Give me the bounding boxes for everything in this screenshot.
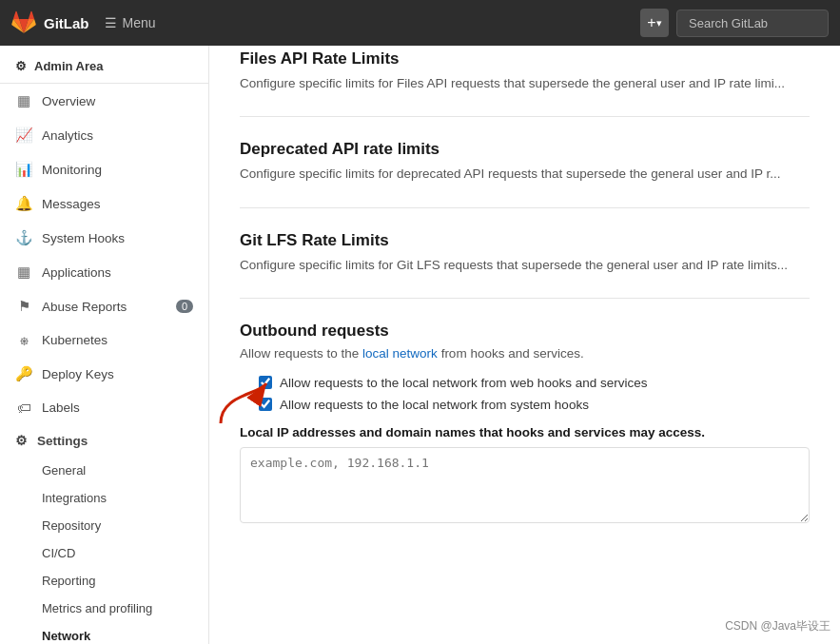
sidebar-sub-repository-label: Repository — [42, 518, 101, 533]
sidebar-item-deploy-keys-label: Deploy Keys — [42, 367, 114, 381]
deprecated-api-desc: Configure specific limits for deprecated… — [240, 165, 810, 184]
sidebar-item-system-hooks[interactable]: ⚓ System Hooks — [0, 221, 208, 255]
sidebar-sub-metrics[interactable]: Metrics and profiling — [0, 595, 208, 622]
applications-icon: ▦ — [15, 263, 32, 281]
new-item-button[interactable]: + ▾ — [640, 9, 669, 37]
monitoring-icon: 📊 — [15, 161, 32, 178]
deploy-keys-icon: 🔑 — [15, 365, 32, 382]
sidebar-sub-reporting-label: Reporting — [42, 574, 95, 588]
section-files-api: Files API Rate Limits Configure specific… — [240, 46, 810, 117]
sidebar-item-monitoring-label: Monitoring — [42, 163, 102, 177]
sidebar-item-labels-label: Labels — [42, 400, 80, 415]
chevron-icon: ▾ — [656, 17, 662, 29]
labels-icon: 🏷 — [15, 400, 32, 416]
checkbox-system-hooks-label: Allow requests to the local network from… — [280, 398, 589, 412]
sidebar-sub-integrations-label: Integrations — [42, 491, 107, 505]
sidebar-sub-repository[interactable]: Repository — [0, 512, 208, 539]
main-content: Files API Rate Limits Configure specific… — [209, 46, 840, 644]
section-outbound: Outbound requests Allow requests to the … — [240, 299, 810, 549]
main-layout: ⚙ Admin Area ▦ Overview 📈 Analytics 📊 Mo… — [0, 46, 840, 644]
sidebar-item-analytics[interactable]: 📈 Analytics — [0, 118, 208, 152]
sidebar-item-abuse-reports-label: Abuse Reports — [42, 300, 127, 314]
gitlab-text: GitLab — [44, 15, 89, 31]
git-lfs-desc: Configure specific limits for Git LFS re… — [240, 256, 810, 275]
hamburger-icon: ☰ — [105, 15, 117, 30]
git-lfs-title: Git LFS Rate Limits — [240, 231, 810, 250]
search-placeholder: Search GitLab — [689, 16, 768, 30]
sidebar-item-applications-label: Applications — [42, 265, 111, 280]
sidebar-item-kubernetes-label: Kubernetes — [42, 333, 107, 347]
sidebar: ⚙ Admin Area ▦ Overview 📈 Analytics 📊 Mo… — [0, 46, 209, 644]
sidebar-item-labels[interactable]: 🏷 Labels — [0, 391, 208, 424]
arrow-indicator — [211, 376, 278, 431]
admin-area-label: Admin Area — [34, 59, 103, 73]
checkbox-web-hooks-label: Allow requests to the local network from… — [280, 376, 647, 390]
messages-icon: 🔔 — [15, 195, 32, 212]
sidebar-sub-cicd[interactable]: CI/CD — [0, 539, 208, 567]
sidebar-item-settings-label: Settings — [37, 434, 88, 448]
sidebar-item-messages[interactable]: 🔔 Messages — [0, 186, 208, 221]
sidebar-sub-network[interactable]: Network — [0, 622, 208, 644]
watermark: CSDN @Java毕设王 — [725, 618, 830, 634]
plus-icon: + — [647, 14, 655, 31]
checkbox-web-hooks-row: Allow requests to the local network from… — [259, 376, 810, 390]
local-ip-textarea[interactable] — [240, 447, 810, 523]
files-api-title: Files API Rate Limits — [240, 49, 810, 68]
navbar-right: + ▾ Search GitLab — [640, 9, 829, 37]
sidebar-item-overview-label: Overview — [42, 94, 95, 108]
outbound-title: Outbound requests — [240, 322, 810, 341]
checkbox-system-hooks-row: Allow requests to the local network from… — [259, 398, 810, 412]
sidebar-item-settings[interactable]: ⚙ Settings — [0, 424, 208, 457]
kubernetes-icon: ⎈ — [15, 332, 32, 348]
sidebar-item-system-hooks-label: System Hooks — [42, 231, 125, 245]
menu-label: Menu — [123, 15, 156, 30]
sidebar-sub-metrics-label: Metrics and profiling — [42, 601, 152, 615]
admin-area-header: ⚙ Admin Area — [0, 46, 208, 84]
sidebar-sub-reporting[interactable]: Reporting — [0, 567, 208, 595]
outbound-desc: Allow requests to the local network from… — [240, 346, 810, 361]
menu-button[interactable]: ☰ Menu — [105, 15, 156, 30]
sidebar-item-analytics-label: Analytics — [42, 128, 93, 143]
gitlab-logo-icon — [11, 10, 36, 35]
sidebar-sub-general-label: General — [42, 463, 86, 478]
deprecated-api-title: Deprecated API rate limits — [240, 140, 810, 159]
sidebar-item-monitoring[interactable]: 📊 Monitoring — [0, 152, 208, 186]
local-ip-label: Local IP addresses and domain names that… — [240, 425, 810, 439]
section-git-lfs: Git LFS Rate Limits Configure specific l… — [240, 208, 810, 299]
sidebar-sub-integrations[interactable]: Integrations — [0, 484, 208, 512]
sidebar-item-overview[interactable]: ▦ Overview — [0, 84, 208, 118]
analytics-icon: 📈 — [15, 127, 32, 144]
admin-area-icon: ⚙ — [15, 59, 27, 73]
abuse-reports-icon: ⚑ — [15, 298, 32, 315]
section-deprecated-api: Deprecated API rate limits Configure spe… — [240, 117, 810, 207]
files-api-desc: Configure specific limits for Files API … — [240, 74, 810, 93]
search-box[interactable]: Search GitLab — [676, 10, 829, 37]
sidebar-sub-cicd-label: CI/CD — [42, 546, 75, 560]
navbar: GitLab ☰ Menu + ▾ Search GitLab — [0, 0, 840, 46]
system-hooks-icon: ⚓ — [15, 229, 32, 246]
settings-icon: ⚙ — [15, 433, 28, 448]
sidebar-sub-network-label: Network — [42, 629, 90, 643]
sidebar-item-applications[interactable]: ▦ Applications — [0, 255, 208, 289]
local-network-link[interactable]: local network — [362, 346, 438, 361]
abuse-reports-badge: 0 — [176, 300, 193, 313]
gitlab-logo-area[interactable]: GitLab — [11, 10, 89, 35]
sidebar-item-messages-label: Messages — [42, 197, 101, 211]
overview-icon: ▦ — [15, 92, 32, 109]
sidebar-item-deploy-keys[interactable]: 🔑 Deploy Keys — [0, 357, 208, 391]
sidebar-item-abuse-reports[interactable]: ⚑ Abuse Reports 0 — [0, 289, 208, 323]
sidebar-sub-general[interactable]: General — [0, 457, 208, 484]
sidebar-item-kubernetes[interactable]: ⎈ Kubernetes — [0, 323, 208, 357]
